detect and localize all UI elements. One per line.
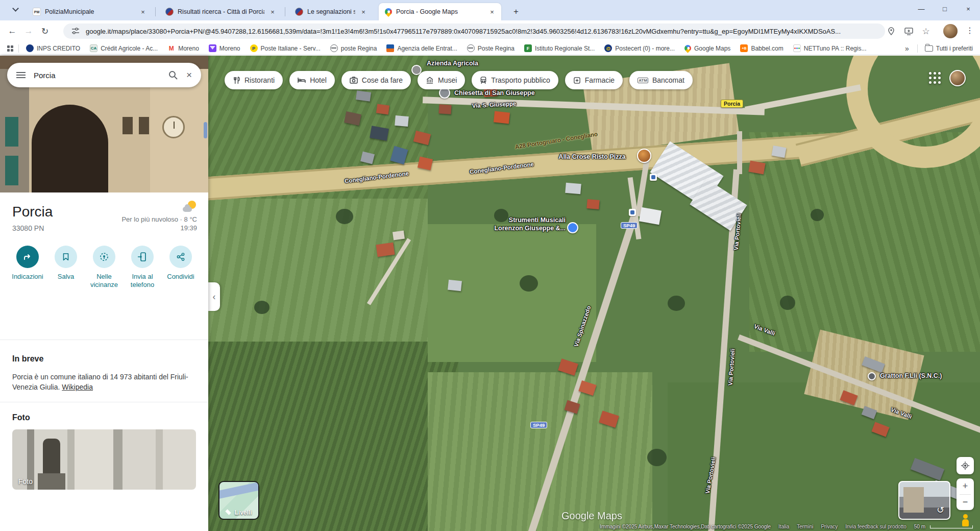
- share-button[interactable]: Condividi: [162, 246, 199, 289]
- reload-button[interactable]: ↻: [37, 23, 53, 39]
- profile-avatar[interactable]: [943, 24, 958, 38]
- bookmark-star-icon[interactable]: ☆: [921, 26, 931, 36]
- chiesetta-label[interactable]: Chiesetta di San Giuseppe: [454, 89, 535, 96]
- tab-label: Le segnalazioni sul territorio - C: [307, 8, 355, 15]
- tab-porcia-google-maps[interactable]: Porcia - Google Maps ×: [379, 3, 501, 20]
- building: [376, 104, 389, 114]
- map-field: [566, 255, 739, 388]
- collapse-side-panel-button[interactable]: ‹: [208, 282, 220, 311]
- weather-widget[interactable]: Per lo più nuvoloso · 8 °C 19:39: [110, 201, 197, 232]
- building: [639, 207, 662, 225]
- apps-grid-icon[interactable]: [5, 43, 15, 54]
- my-location-button[interactable]: [957, 457, 974, 474]
- transit-stop-icon[interactable]: [629, 209, 636, 216]
- zoom-out-button[interactable]: −: [957, 495, 974, 511]
- bookmark-poste-regina[interactable]: poste Regina: [330, 44, 377, 52]
- partly-cloudy-icon: [182, 201, 197, 212]
- layers-control[interactable]: Livelli: [218, 481, 259, 520]
- tab-divider: [285, 7, 285, 16]
- tab-polizia-municipale[interactable]: PM PoliziaMunicipale ×: [27, 3, 152, 20]
- gratton-marker[interactable]: [868, 372, 876, 380]
- alla-crose-photo-marker[interactable]: [637, 149, 651, 163]
- attribution-termini[interactable]: Termini: [797, 524, 813, 529]
- alla-crose-label[interactable]: Alla Crose Risto Pizza: [558, 153, 625, 160]
- tune-icon[interactable]: [70, 26, 81, 36]
- attribution-italia[interactable]: Italia: [778, 524, 789, 529]
- chip-trasporto-pubblico[interactable]: Trasporto pubblico: [472, 71, 558, 89]
- scale-label: 50 m: [914, 524, 925, 529]
- close-window-button[interactable]: ×: [957, 0, 980, 17]
- map-canvas[interactable]: Azienda Agricola di ... Chiesetta di San…: [208, 56, 980, 531]
- bookmark-poste-regina-2[interactable]: Poste Regina: [467, 44, 514, 52]
- chip-bancomat[interactable]: ATM Bancomat: [629, 71, 693, 89]
- tab-close-icon[interactable]: ×: [268, 8, 277, 16]
- strumenti-musicali-label[interactable]: Strumenti Musicali Lorenzon Giuseppe &..…: [479, 216, 566, 232]
- back-button[interactable]: ←: [4, 23, 20, 39]
- bookmark-credit-agricole[interactable]: CACrédit Agricole - Ac...: [90, 44, 158, 52]
- tree: [811, 209, 824, 221]
- clear-search-icon[interactable]: ×: [186, 69, 192, 81]
- bookmark-istituto-regionale[interactable]: FIstituto Regionale St...: [524, 44, 595, 52]
- maps-search-box[interactable]: ×: [7, 63, 201, 87]
- bookmark-poste-italiane[interactable]: PPoste Italiane - Serv...: [250, 44, 321, 52]
- maximize-button[interactable]: □: [933, 0, 957, 17]
- bookmark-google-maps[interactable]: Google Maps: [684, 45, 730, 52]
- chip-hotel[interactable]: Hotel: [289, 71, 335, 89]
- agenzia-favicon: [386, 44, 394, 52]
- share-icon: [169, 246, 192, 268]
- chip-musei[interactable]: Musei: [418, 71, 465, 89]
- bookmark-moreno[interactable]: Moreno: [209, 44, 240, 52]
- gratton-label[interactable]: Gratton F.Lli (S.N.C.): [880, 372, 942, 379]
- google-apps-grid-icon[interactable]: [929, 72, 942, 85]
- nearby-button[interactable]: Nelle vicinanze: [86, 246, 122, 289]
- rotate-view-icon: ↺: [937, 504, 944, 516]
- search-icon[interactable]: [168, 70, 178, 80]
- road-portovieli-north: [737, 131, 742, 174]
- chip-ristoranti[interactable]: Ristoranti: [225, 71, 283, 89]
- location-permission-icon[interactable]: [886, 26, 896, 36]
- layers-icon: [226, 510, 232, 516]
- chip-cose-da-fare[interactable]: Cose da fare: [341, 71, 411, 89]
- transit-stop-icon[interactable]: [650, 174, 657, 181]
- url-bar[interactable]: google.it/maps/place/33080+Porcia+PN/@45…: [63, 23, 885, 39]
- all-bookmarks-folder[interactable]: Tutti i preferiti: [925, 45, 973, 52]
- bookmark-agenzia-entrate[interactable]: Agenzia delle Entrat...: [386, 44, 457, 52]
- tab-close-icon[interactable]: ×: [359, 8, 368, 16]
- attribution-feedback[interactable]: Invia feedback sul prodotto: [845, 524, 906, 529]
- minimize-button[interactable]: —: [910, 0, 933, 17]
- azienda-agricola-label[interactable]: Azienda Agricola: [427, 60, 478, 67]
- tab-close-icon[interactable]: ×: [139, 8, 147, 16]
- porcia-town-badge: Porcia: [721, 100, 743, 108]
- more-menu-icon[interactable]: ⋮: [966, 26, 974, 35]
- save-button[interactable]: Salva: [47, 246, 84, 289]
- directions-button[interactable]: Indicazioni: [9, 246, 46, 289]
- photos-thumbnail[interactable]: Foto: [12, 429, 196, 490]
- sidebar-scrollbar[interactable]: [204, 122, 207, 138]
- bookmark-postecert[interactable]: @Postecert (0) - more...: [604, 44, 675, 52]
- tab-segnalazioni[interactable]: Le segnalazioni sul territorio - C ×: [289, 3, 373, 20]
- zoom-in-button[interactable]: +: [957, 478, 974, 494]
- account-avatar[interactable]: [949, 70, 966, 86]
- pegman-street-view-icon[interactable]: [960, 514, 971, 527]
- search-input[interactable]: [34, 71, 160, 80]
- chip-farmacie[interactable]: Farmacie: [565, 71, 623, 89]
- tab-search-icon[interactable]: [13, 6, 19, 12]
- bookmark-babbel[interactable]: +BBabbel.com: [740, 44, 783, 52]
- bookmark-nettuno[interactable]: NETTuno PA :: Regis...: [793, 44, 867, 52]
- bookmark-gmail-moreno[interactable]: MMoreno: [167, 44, 199, 52]
- bookmarks-overflow-chevron[interactable]: »: [905, 44, 909, 53]
- street-view-thumbnail[interactable]: ↺: [898, 481, 950, 520]
- tab-close-icon[interactable]: ×: [488, 8, 496, 16]
- attribution-privacy[interactable]: Privacy: [821, 524, 838, 529]
- send-to-phone-button[interactable]: Invia al telefono: [124, 246, 161, 289]
- tab-risultati-ricerca[interactable]: Risultati ricerca - Città di Porcia ×: [159, 3, 282, 20]
- globe-favicon: [330, 44, 338, 52]
- menu-icon[interactable]: [16, 72, 26, 78]
- wikipedia-link[interactable]: Wikipedia: [62, 383, 93, 391]
- divider: [0, 340, 208, 340]
- install-app-icon[interactable]: [903, 26, 914, 36]
- inps-favicon: [26, 44, 34, 52]
- strumenti-musicali-marker[interactable]: [567, 222, 578, 233]
- new-tab-button[interactable]: +: [507, 3, 525, 20]
- bookmark-inps[interactable]: INPS CREDITO: [26, 44, 80, 52]
